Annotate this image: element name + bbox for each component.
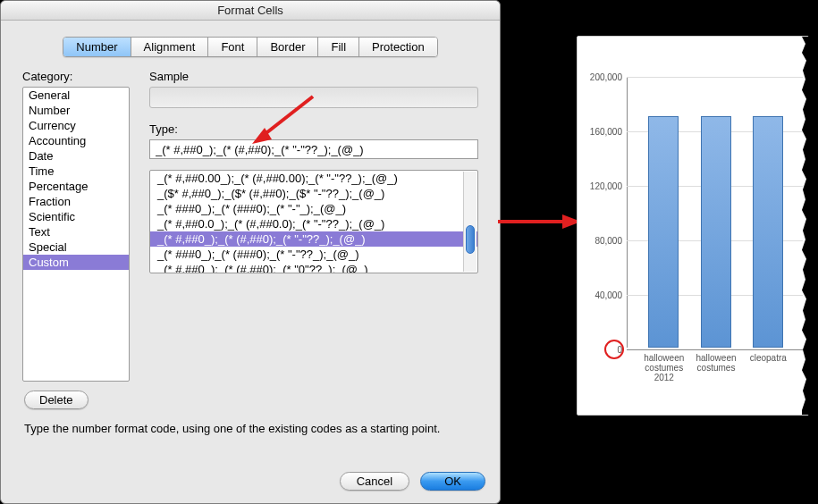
right-column: Sample Type: _(* #,##0.00_);_(* (#,##0.0… [149,70,478,382]
category-column: Category: GeneralNumberCurrencyAccountin… [22,70,130,382]
format-item[interactable]: _(* #,##0_);_(* (#,##0);_(* "0"??_);_(@_… [150,262,477,273]
delete-row: Delete [1,391,500,409]
category-number[interactable]: Number [23,103,129,118]
type-label: Type: [149,122,478,136]
y-tick-label: 200,000 [582,72,622,82]
chart-plot-area: 040,00080,000120,000160,000200,000hallow… [627,77,803,348]
format-item[interactable]: _($* #,##0_);_($* (#,##0);_($* "-"??_);_… [150,186,477,201]
bar [701,116,731,348]
category-listbox[interactable]: GeneralNumberCurrencyAccountingDateTimeP… [22,87,130,382]
delete-button[interactable]: Delete [24,391,89,409]
category-percentage[interactable]: Percentage [23,179,129,194]
ok-button[interactable]: OK [420,472,485,491]
help-text: Type the number format code, using one o… [1,409,500,435]
scroll-thumb[interactable] [466,225,475,254]
category-currency[interactable]: Currency [23,118,129,133]
tab-protection[interactable]: Protection [359,38,437,56]
gridline [627,349,803,350]
category-scientific[interactable]: Scientific [23,209,129,224]
bar [648,116,679,348]
sample-label: Sample [149,70,478,83]
category-label: cleopatra [744,353,793,363]
dialog-content: Category: GeneralNumberCurrencyAccountin… [1,57,500,382]
format-item[interactable]: _(* ###0_);_(* (###0);_(* "-"??_);_(@_) [150,247,477,262]
tab-font[interactable]: Font [208,38,257,56]
category-custom[interactable]: Custom [23,255,129,270]
tab-fill[interactable]: Fill [318,38,359,56]
y-tick-label: 80,000 [582,236,622,246]
sample-box [149,87,478,108]
chart-panel: 040,00080,000120,000160,000200,000hallow… [577,36,809,416]
y-tick-label: 120,000 [582,181,622,191]
cancel-button[interactable]: Cancel [340,472,409,491]
tab-border[interactable]: Border [257,38,318,56]
scrollbar[interactable] [463,172,476,272]
tab-strip-container: NumberAlignmentFontBorderFillProtection [1,37,500,57]
tab-number[interactable]: Number [63,38,131,56]
tab-strip: NumberAlignmentFontBorderFillProtection [63,37,437,57]
torn-edge-icon [802,37,811,415]
format-item[interactable]: _(* #,##0.0_);_(* (#,##0.0);_(* "-"??_);… [150,216,477,231]
y-tick-label: 160,000 [582,127,622,137]
format-item[interactable]: _(* #,##0_);_(* (#,##0);_(* "-"??_);_(@_… [150,231,477,247]
category-time[interactable]: Time [23,164,129,179]
tab-alignment[interactable]: Alignment [131,38,209,56]
format-listbox[interactable]: _(* #,##0.00_);_(* (#,##0.00);_(* "-"??_… [149,170,478,273]
category-date[interactable]: Date [23,148,129,164]
y-axis [627,77,628,348]
gridline [627,77,803,78]
dialog-title: Format Cells [1,1,500,21]
category-label: Category: [22,70,130,83]
format-item[interactable]: _(* #,##0.00_);_(* (#,##0.00);_(* "-"??_… [150,171,477,186]
y-tick-label: 0 [582,345,622,355]
category-fraction[interactable]: Fraction [23,194,129,209]
category-general[interactable]: General [23,88,129,103]
bar [753,116,783,348]
format-item[interactable]: _(* ###0_);_(* (###0);_(* "-"_);_(@_) [150,201,477,216]
type-input[interactable] [149,139,478,159]
arrow-to-chart-icon [496,213,581,231]
category-special[interactable]: Special [23,239,129,255]
category-accounting[interactable]: Accounting [23,133,129,148]
category-label: halloween costumes 2012 [639,353,688,382]
category-text[interactable]: Text [23,224,129,239]
category-label: halloween costumes [692,353,741,373]
format-cells-dialog: Format Cells NumberAlignmentFontBorderFi… [0,0,501,504]
y-tick-label: 40,000 [582,290,622,300]
dialog-footer: Cancel OK [340,472,485,491]
